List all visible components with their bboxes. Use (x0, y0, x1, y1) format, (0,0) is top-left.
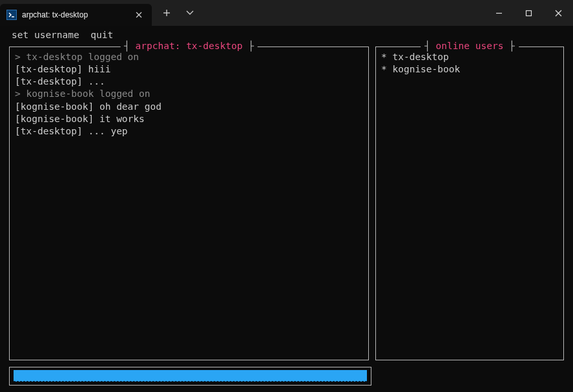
chat-log: > tx-desktop logged on[tx-desktop] hiii[… (15, 51, 363, 138)
tab-close-button[interactable] (132, 8, 145, 21)
tab-dropdown-button[interactable] (180, 3, 200, 23)
users-list: * tx-desktop* kognise-book (381, 51, 558, 76)
chat-panel: arpchat: tx-desktop > tx-desktop logged … (9, 46, 369, 360)
svg-rect-6 (526, 10, 531, 15)
tabbar-buttons (152, 0, 205, 26)
user-item: * kognise-book (381, 63, 558, 76)
users-panel-title: online users (421, 41, 519, 51)
menu-bar: set username quit (6, 28, 567, 40)
close-window-button[interactable] (543, 0, 573, 26)
input-panel (9, 367, 371, 386)
menu-quit[interactable]: quit (90, 30, 113, 40)
log-line: [kognise-book] it works (15, 113, 363, 125)
window-controls (484, 0, 573, 26)
log-line: [tx-desktop] ... yep (15, 125, 363, 138)
terminal-area: set username quit arpchat: tx-desktop > … (0, 26, 573, 392)
new-tab-button[interactable] (157, 3, 176, 23)
message-input[interactable] (14, 370, 367, 382)
chat-panel-title: arpchat: tx-desktop (120, 41, 258, 51)
log-line: > kognise-book logged on (15, 88, 363, 100)
terminal-icon (6, 10, 17, 20)
tab-title: arpchat: tx-desktop (22, 10, 127, 19)
user-item: * tx-desktop (381, 51, 558, 63)
minimize-button[interactable] (484, 0, 514, 26)
log-line: > tx-desktop logged on (15, 51, 363, 63)
users-panel: online users * tx-desktop* kognise-book (375, 46, 564, 360)
titlebar: arpchat: tx-desktop (0, 0, 573, 26)
log-line: [tx-desktop] ... (15, 76, 363, 88)
maximize-button[interactable] (514, 0, 543, 26)
tab-active[interactable]: arpchat: tx-desktop (0, 4, 152, 26)
log-line: [kognise-book] oh dear god (15, 101, 363, 113)
menu-set-username[interactable]: set username (12, 30, 79, 40)
log-line: [tx-desktop] hiii (15, 63, 363, 76)
